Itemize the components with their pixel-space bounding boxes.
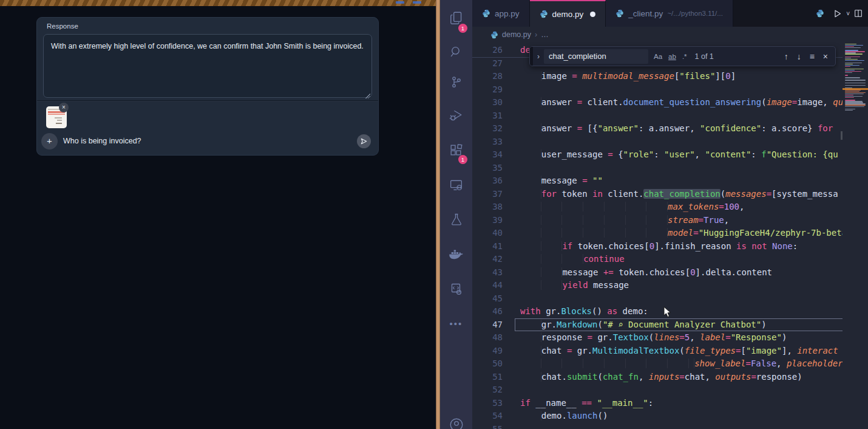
code-line[interactable]: 39 stream=True, [472, 214, 843, 227]
tab-app-py[interactable]: app.py [472, 0, 530, 27]
find-input[interactable] [544, 49, 648, 64]
line-number: 43 [472, 266, 503, 280]
line-number: 47 [472, 318, 503, 332]
regex-toggle[interactable]: .* [680, 52, 689, 61]
line-number: 29 [472, 83, 503, 97]
code-line[interactable]: 33 [472, 136, 843, 149]
source-control-icon[interactable] [440, 67, 472, 97]
run-dropdown-chevron[interactable]: ˅ [846, 10, 850, 17]
remote-explorer-icon[interactable] [440, 168, 472, 202]
more-actions-icon[interactable]: ••• [440, 306, 472, 340]
gradio-app-pane: Response With an extremely high level of… [0, 0, 436, 429]
line-number: 54 [472, 410, 503, 423]
find-in-selection-icon[interactable]: ≡ [810, 52, 815, 61]
code-line[interactable]: 48 response = gr.Textbox(lines=5, label=… [472, 331, 843, 345]
code-line[interactable]: 35 [472, 162, 843, 175]
send-button[interactable] [357, 134, 371, 148]
explorer-badge: 1 [458, 24, 467, 33]
code-line[interactable]: 42 continue [472, 253, 843, 266]
code-line[interactable]: 53if __name__ == "__main__": [472, 397, 843, 410]
code-line[interactable]: 52 [472, 383, 843, 397]
code-line[interactable]: 36 message = "" [472, 174, 843, 188]
code-line-text: gr.Markdown("# ⌕ Document Analyzer Chatb… [515, 318, 843, 332]
python-icon [615, 9, 624, 18]
code-line[interactable]: 34 user_message = {"role": "user", "cont… [472, 148, 843, 162]
code-line-text [515, 423, 843, 429]
docker-icon[interactable] [440, 237, 472, 272]
code-editor[interactable]: 26de2728 image = multimodal_message["fil… [472, 43, 868, 429]
line-number: 40 [472, 227, 503, 240]
code-line-text: for token in client.chat_completion(mess… [515, 188, 843, 201]
find-expand-chevron-icon[interactable]: › [533, 52, 544, 61]
code-line-text [515, 162, 843, 175]
tab-label: demo.py [552, 10, 584, 19]
strip-mark [413, 1, 421, 4]
breadcrumb-more[interactable]: … [541, 30, 549, 39]
code-line-text [515, 383, 843, 397]
whole-word-toggle[interactable]: ab [666, 52, 678, 61]
line-number: 46 [472, 305, 503, 318]
code-line[interactable]: 43 message += token.choices[0].delta.con… [472, 266, 843, 280]
extensions-icon[interactable]: 1 [440, 132, 472, 168]
code-line[interactable]: 32 answer = [{"answer": a.answer, "confi… [472, 122, 843, 136]
tab-description: ~/.../python3.11/... [667, 10, 723, 17]
minimap-search-match [843, 88, 868, 91]
code-line[interactable]: 49 chat = gr.MultimodalTextbox(file_type… [472, 345, 843, 358]
add-file-button[interactable]: + [41, 133, 58, 149]
activity-bar: 1 1 ••• [440, 0, 472, 429]
response-label: Response [47, 22, 78, 30]
line-number: 44 [472, 279, 503, 292]
minimap[interactable] [843, 43, 868, 429]
code-line[interactable]: 28 image = multimodal_message["files"][0… [472, 70, 843, 83]
code-line[interactable]: 29 [472, 83, 843, 97]
code-line-text: message += token.choices[0].delta.conten… [515, 266, 843, 280]
code-line[interactable]: 45 [472, 292, 843, 306]
code-line-text [515, 109, 843, 123]
pane-divider[interactable] [436, 0, 440, 429]
code-line[interactable]: 44 yield message [472, 279, 843, 292]
response-textarea[interactable]: With an extremely high level of confiden… [43, 34, 372, 98]
code-content[interactable]: 26de2728 image = multimodal_message["fil… [472, 44, 843, 429]
chat-input[interactable]: Who is being invoiced? [63, 137, 141, 145]
split-editor-button[interactable] [853, 9, 863, 18]
breadcrumb[interactable]: demo.py › … [472, 27, 868, 43]
code-line[interactable]: 31 [472, 109, 843, 123]
account-icon[interactable] [440, 410, 472, 429]
code-line[interactable]: 38 max_tokens=100, [472, 201, 843, 214]
code-line[interactable]: 51 chat.submit(chat_fn, inputs=chat, out… [472, 371, 843, 384]
code-line[interactable]: 40 model="HuggingFaceH4/zephyr-7b-beta [472, 227, 843, 240]
tab-demo-py[interactable]: demo.py [530, 0, 606, 27]
code-line-text: stream=True, [515, 214, 843, 227]
find-widget: › Aa ab .* 1 of 1 ↑ ↓ ≡ × [529, 46, 836, 66]
python-icon [490, 31, 498, 39]
dev-container-icon[interactable] [440, 272, 472, 306]
line-number: 53 [472, 397, 503, 410]
code-line[interactable]: 50 show_label=False, placeholder= [472, 357, 843, 371]
extensions-badge: 1 [458, 155, 467, 164]
editor-actions: ˅ [817, 0, 868, 27]
line-number: 38 [472, 201, 503, 214]
explorer-icon[interactable]: 1 [440, 0, 472, 36]
code-line[interactable]: 55 [472, 423, 843, 429]
tab-client-py[interactable]: _client.py ~/.../python3.11/... [606, 0, 733, 27]
find-next-icon[interactable]: ↓ [797, 52, 801, 61]
code-line[interactable]: 41 if token.choices[0].finish_reason is … [472, 240, 843, 253]
code-line[interactable]: 30 answer = client.document_question_ans… [472, 96, 843, 109]
match-case-toggle[interactable]: Aa [652, 52, 664, 61]
testing-beaker-icon[interactable] [440, 202, 472, 237]
run-button[interactable] [832, 9, 843, 19]
attachment-close-icon[interactable]: × [59, 103, 69, 112]
search-icon[interactable] [440, 36, 472, 67]
find-previous-icon[interactable]: ↑ [784, 52, 788, 61]
code-line-text: user_message = {"role": "user", "content… [515, 148, 843, 162]
code-line[interactable]: 37 for token in client.chat_completion(m… [472, 188, 843, 201]
code-line-text: response = gr.Textbox(lines=5, label="Re… [515, 331, 843, 345]
code-line-text: continue [515, 253, 843, 266]
find-close-icon[interactable]: × [823, 52, 828, 61]
code-line[interactable]: 46with gr.Blocks() as demo: [472, 305, 843, 318]
modified-dot-icon[interactable] [590, 12, 595, 17]
code-line[interactable]: 47 gr.Markdown("# ⌕ Document Analyzer Ch… [472, 318, 843, 332]
code-line[interactable]: 54 demo.launch() [472, 410, 843, 423]
breadcrumb-file[interactable]: demo.py [502, 30, 531, 39]
run-debug-icon[interactable] [440, 97, 472, 132]
